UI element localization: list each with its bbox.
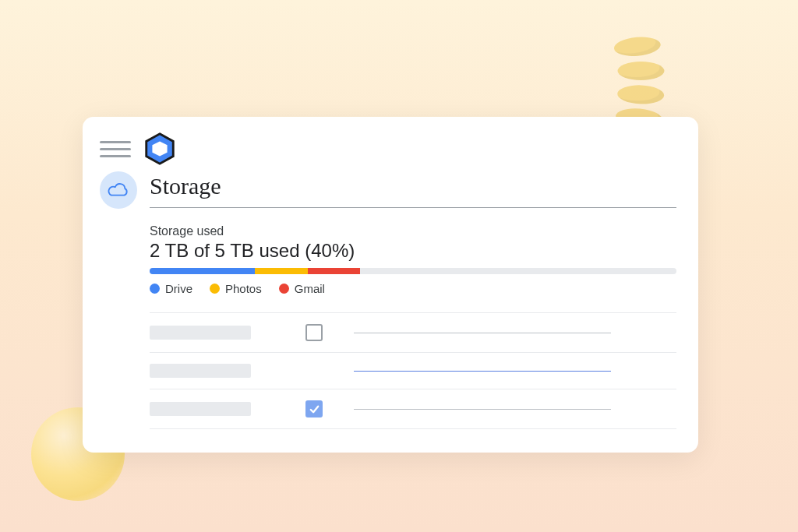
storage-usage-bar — [150, 268, 676, 274]
dot-photos-icon — [210, 284, 220, 294]
bar-segment-photos — [255, 268, 308, 274]
settings-row — [150, 352, 676, 389]
menu-button[interactable] — [100, 135, 131, 163]
row-label-placeholder — [150, 364, 251, 378]
page-title: Storage — [150, 173, 676, 204]
storage-legend: Drive Photos Gmail — [150, 282, 676, 295]
settings-rows — [150, 312, 676, 429]
settings-row — [150, 389, 676, 429]
settings-row — [150, 312, 676, 352]
row-label-placeholder — [150, 326, 251, 340]
dot-drive-icon — [150, 284, 160, 294]
title-underline: Storage — [150, 173, 676, 208]
legend-item-gmail: Gmail — [279, 282, 325, 295]
title-row: Storage — [100, 171, 676, 209]
bar-segment-drive — [150, 268, 255, 274]
app-logo — [142, 131, 178, 167]
row-value-placeholder — [354, 409, 611, 410]
legend-item-photos: Photos — [210, 282, 262, 295]
legend-label-drive: Drive — [165, 282, 192, 295]
check-icon — [309, 403, 320, 415]
row-label-placeholder — [150, 402, 251, 416]
dot-gmail-icon — [279, 284, 289, 294]
checkbox-3[interactable] — [305, 400, 323, 417]
storage-settings-card: Storage Storage used 2 TB of 5 TB used (… — [83, 117, 698, 453]
legend-label-photos: Photos — [225, 282, 262, 295]
checkbox-1[interactable] — [305, 324, 323, 341]
legend-label-gmail: Gmail — [295, 282, 325, 295]
cloud-icon — [100, 171, 137, 209]
bar-segment-gmail — [308, 268, 361, 274]
row-value-placeholder — [354, 333, 611, 333]
storage-usage-text: 2 TB of 5 TB used (40%) — [150, 240, 676, 262]
card-header — [100, 131, 676, 167]
legend-item-drive: Drive — [150, 282, 192, 295]
storage-content: Storage used 2 TB of 5 TB used (40%) Dri… — [150, 224, 676, 429]
row-link-placeholder[interactable] — [354, 371, 611, 372]
storage-used-label: Storage used — [150, 224, 676, 238]
